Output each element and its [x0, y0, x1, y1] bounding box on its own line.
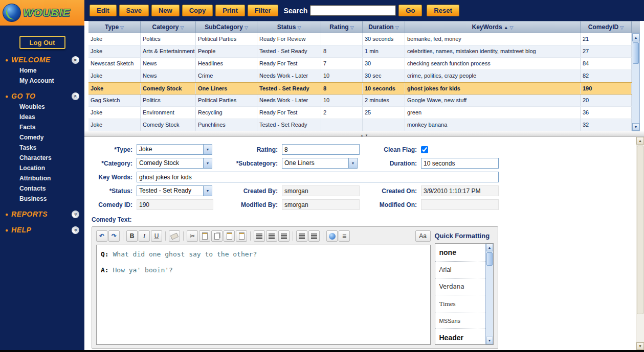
scroll-track[interactable] — [636, 315, 644, 342]
sidebar-section-help[interactable]: ●HELP — [0, 223, 84, 236]
toolbar-button-save[interactable]: Save — [119, 5, 149, 16]
filter-icon[interactable] — [510, 24, 514, 31]
redo-icon[interactable]: ↷ — [108, 230, 120, 242]
form-scrollbar[interactable] — [636, 137, 644, 350]
sidebar-section-reports[interactable]: ●REPORTS — [0, 207, 84, 220]
sidebar-item-location[interactable]: Location — [0, 163, 84, 173]
format-option-arial[interactable]: Arial — [435, 262, 486, 278]
filter-icon[interactable] — [350, 24, 354, 31]
quick-formatting-scrollbar[interactable] — [485, 244, 493, 344]
editor-content[interactable]: Q: What did one ghost say to the other?A… — [96, 245, 431, 345]
indent-icon[interactable] — [308, 230, 320, 242]
sidebar-section-welcome[interactable]: ●WELCOME — [0, 53, 84, 65]
scroll-up-icon[interactable] — [486, 244, 493, 251]
align-center-icon[interactable] — [266, 230, 277, 242]
italic-icon[interactable]: I — [139, 230, 150, 242]
clean-flag-checkbox[interactable] — [421, 146, 428, 153]
font-size-button[interactable]: Aa — [415, 230, 431, 242]
scroll-down-icon[interactable] — [486, 337, 493, 344]
toolbar-button-print[interactable]: Print — [215, 5, 245, 16]
logout-button[interactable]: Log Out — [19, 36, 65, 49]
sidebar-item-woubies[interactable]: Woubies — [0, 102, 84, 112]
grid-row-7[interactable]: JokeEnvironmentRecyclingReady For Test22… — [88, 107, 640, 119]
filter-icon[interactable] — [181, 24, 184, 31]
expand-icon[interactable] — [72, 226, 79, 234]
collapse-icon[interactable] — [72, 92, 79, 100]
column-header-duration[interactable]: Duration — [363, 21, 405, 33]
scroll-thumb[interactable] — [637, 146, 643, 314]
format-option-header[interactable]: Header — [435, 329, 486, 345]
bold-icon[interactable]: B — [126, 230, 138, 242]
toolbar-button-edit[interactable]: Edit — [90, 5, 117, 16]
scroll-thumb[interactable] — [486, 252, 493, 266]
sidebar-item-contacts[interactable]: Contacts — [0, 183, 84, 194]
toolbar-button-filter[interactable]: Filter — [248, 5, 278, 16]
underline-icon[interactable]: U — [151, 230, 162, 242]
go-button[interactable]: Go — [398, 5, 422, 16]
format-option-none[interactable]: none — [435, 244, 486, 262]
insert-link-icon[interactable] — [326, 230, 338, 242]
grid-row-4[interactable]: JokeNewsCrimeNeeds Work - Later1030 secc… — [88, 70, 640, 82]
sidebar-item-my-account[interactable]: My Account — [0, 76, 84, 86]
scroll-down-icon[interactable] — [632, 123, 639, 131]
rating-input[interactable] — [282, 144, 360, 155]
column-header-type[interactable]: Type — [88, 21, 141, 33]
remove-format-icon[interactable] — [169, 230, 180, 242]
duration-input[interactable] — [421, 158, 499, 169]
sidebar-item-comedy[interactable]: Comedy — [0, 132, 84, 143]
column-header-category[interactable]: Category — [141, 21, 196, 33]
sidebar-item-ideas[interactable]: Ideas — [0, 112, 84, 122]
horizontal-rule-icon[interactable] — [339, 230, 350, 242]
format-option-verdana[interactable]: Verdana — [435, 278, 486, 295]
paste-icon[interactable] — [199, 230, 210, 242]
format-option-times[interactable]: Times — [435, 295, 486, 313]
toolbar-button-new[interactable]: New — [151, 5, 180, 16]
align-right-icon[interactable] — [278, 230, 290, 242]
cut-icon[interactable]: ✂ — [187, 230, 198, 242]
column-header-status[interactable]: Status — [257, 21, 321, 33]
status-select[interactable]: Tested - Set Ready — [137, 185, 212, 196]
paste-plain-icon[interactable] — [224, 230, 235, 242]
sidebar-section-go-to[interactable]: ●GO TO — [0, 89, 84, 102]
collapse-icon[interactable] — [72, 56, 79, 64]
sidebar-item-facts[interactable]: Facts — [0, 122, 84, 132]
scroll-down-icon[interactable] — [636, 342, 644, 350]
sidebar-item-attribution[interactable]: Attribution — [0, 173, 84, 183]
sidebar-item-business[interactable]: Business — [0, 194, 84, 204]
filter-icon[interactable] — [395, 24, 399, 31]
paste-word-icon[interactable] — [236, 230, 247, 242]
copy-icon[interactable] — [211, 230, 223, 242]
sidebar-item-characters[interactable]: Characters — [0, 153, 84, 163]
grid-row-6[interactable]: Gag SketchPoliticsPolitical PartiesNeeds… — [88, 95, 640, 107]
sidebar-item-tasks[interactable]: Tasks — [0, 143, 84, 153]
scroll-up-icon[interactable] — [636, 137, 644, 145]
filter-icon[interactable] — [245, 24, 248, 31]
grid-row-8[interactable]: JokeComedy StockPunchlinesTested - Set R… — [88, 119, 640, 131]
filter-icon[interactable] — [620, 24, 624, 31]
grid-row-1[interactable]: JokePoliticsPolitical PartiesReady For R… — [88, 33, 640, 45]
sidebar-item-home[interactable]: Home — [0, 65, 84, 76]
grid-scrollbar[interactable] — [632, 33, 640, 131]
scroll-track[interactable] — [486, 267, 493, 337]
subcategory-select[interactable]: One Liners — [282, 158, 358, 169]
align-left-icon[interactable] — [254, 230, 265, 242]
grid-row-3[interactable]: Newscast SketchNewsHeadlinesReady For Te… — [88, 58, 640, 70]
category-select[interactable]: Comedy Stock — [137, 158, 212, 169]
grid-row-2[interactable]: JokeArts & EntertainmentPeopleTested - S… — [88, 45, 640, 58]
column-header-comedyid[interactable]: ComedyID — [581, 21, 632, 33]
type-select[interactable]: Joke — [137, 144, 212, 155]
column-header-subcategory[interactable]: SubCategory — [196, 21, 257, 33]
column-header-rating[interactable]: Rating — [321, 21, 363, 33]
scroll-thumb[interactable] — [633, 42, 639, 64]
search-input[interactable] — [310, 5, 396, 16]
undo-icon[interactable]: ↶ — [96, 230, 107, 242]
keywords-input[interactable] — [137, 172, 499, 182]
scroll-track[interactable] — [632, 65, 639, 123]
format-option-mssans[interactable]: MSSans — [435, 313, 486, 329]
outdent-icon[interactable] — [296, 230, 307, 242]
filter-icon[interactable] — [297, 24, 301, 31]
grid-row-5[interactable]: JokeComedy StockOne LinersTested - Set R… — [88, 82, 640, 95]
scroll-up-icon[interactable] — [632, 34, 639, 41]
filter-icon[interactable] — [120, 24, 124, 31]
column-header-keywords[interactable]: KeyWords — [405, 21, 581, 33]
